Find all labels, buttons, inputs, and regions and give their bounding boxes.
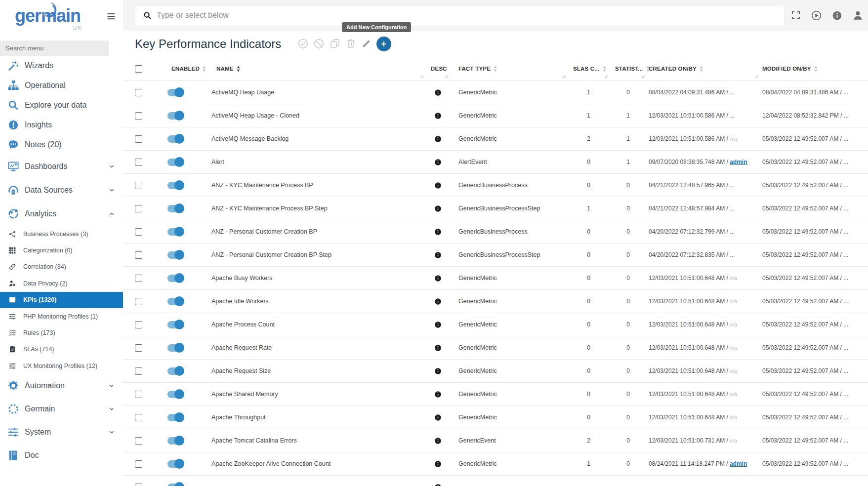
enabled-toggle[interactable] <box>167 321 184 328</box>
sidebar-item-system[interactable]: System <box>0 421 123 444</box>
enabled-toggle[interactable] <box>167 460 184 468</box>
kpi-name[interactable]: Apache Request Size <box>211 367 271 374</box>
sidebar-item-operational[interactable]: Operational <box>0 76 123 95</box>
row-checkbox[interactable] <box>135 205 142 212</box>
sidebar-item-business-processes[interactable]: Business Processes (3) <box>0 226 123 242</box>
description-info-icon[interactable] <box>434 89 442 96</box>
column-resize-handle[interactable] <box>641 74 646 79</box>
row-checkbox[interactable] <box>135 159 142 166</box>
enable-selected-button[interactable] <box>298 39 308 49</box>
description-info-icon[interactable] <box>434 251 442 259</box>
description-info-icon[interactable] <box>434 391 442 398</box>
kpi-name[interactable]: Apache Idle Workers <box>211 298 269 305</box>
column-header-slas-count[interactable]: SLAS C... <box>568 57 610 81</box>
play-icon[interactable] <box>811 10 822 21</box>
description-info-icon[interactable] <box>434 205 442 212</box>
kpi-name[interactable]: ANZ - KYC Maintenance Process BP Step <box>211 205 328 212</box>
enabled-toggle[interactable] <box>167 89 184 96</box>
column-header-desc[interactable]: DESC <box>425 57 450 81</box>
kpi-name[interactable]: ActiveMQ Heap Usage <box>211 89 274 96</box>
row-checkbox[interactable] <box>135 275 142 282</box>
kpi-name[interactable]: Apache Tomcat Catalina Errors <box>211 437 297 444</box>
column-header-created-on-by[interactable]: CREATED ON/BY <box>647 57 760 81</box>
sidebar-item-analytics[interactable]: Analytics <box>0 202 123 226</box>
column-resize-handle[interactable] <box>444 74 449 79</box>
row-checkbox[interactable] <box>135 484 142 486</box>
row-checkbox[interactable] <box>135 414 142 421</box>
hamburger-menu-icon[interactable] <box>106 12 116 21</box>
column-resize-handle[interactable] <box>419 74 424 79</box>
sidebar-item-wizards[interactable]: Wizards <box>0 56 123 76</box>
enabled-toggle[interactable] <box>167 391 184 398</box>
description-info-icon[interactable] <box>434 298 442 305</box>
enabled-toggle[interactable] <box>167 367 184 375</box>
enabled-toggle[interactable] <box>167 437 184 445</box>
enabled-toggle[interactable] <box>167 112 184 120</box>
kpi-name[interactable]: Apache Throughput <box>211 414 266 421</box>
enabled-toggle[interactable] <box>167 251 184 259</box>
global-search-input[interactable] <box>157 11 784 20</box>
row-checkbox[interactable] <box>135 251 142 259</box>
kpi-name[interactable]: Apache Busy Workers <box>211 275 272 282</box>
description-info-icon[interactable] <box>434 484 442 486</box>
enabled-toggle[interactable] <box>167 135 184 143</box>
row-checkbox[interactable] <box>135 228 142 236</box>
column-header-statistics-count[interactable]: STATIST... <box>610 57 647 81</box>
row-checkbox[interactable] <box>135 460 142 468</box>
description-info-icon[interactable] <box>434 228 442 236</box>
sidebar-item-kpis[interactable]: KPIs (1320) <box>0 292 123 308</box>
sidebar-item-dashboards[interactable]: Dashboards <box>0 155 123 178</box>
enabled-toggle[interactable] <box>167 228 184 236</box>
kpi-name[interactable]: ANZ - Personal Customer Creation BP Step <box>211 251 331 258</box>
column-resize-handle[interactable] <box>562 74 567 79</box>
column-header-name[interactable]: NAME <box>208 57 425 81</box>
description-info-icon[interactable] <box>434 367 442 375</box>
description-info-icon[interactable] <box>434 135 442 143</box>
row-checkbox[interactable] <box>135 182 142 189</box>
row-checkbox[interactable] <box>135 391 142 398</box>
kpi-name[interactable]: Alert <box>211 159 224 165</box>
enabled-toggle[interactable] <box>167 205 184 212</box>
column-resize-handle[interactable] <box>604 74 609 79</box>
enabled-toggle[interactable] <box>167 275 184 282</box>
kpi-name[interactable]: Apache Process Count <box>211 321 275 328</box>
row-checkbox[interactable] <box>135 112 142 120</box>
sidebar-item-slas[interactable]: SLAs (714) <box>0 341 123 358</box>
sidebar-item-doc[interactable]: Doc <box>0 444 123 467</box>
select-all-checkbox[interactable] <box>135 65 142 73</box>
enabled-toggle[interactable] <box>167 414 184 421</box>
sidebar-item-germain[interactable]: Germain <box>0 398 123 421</box>
description-info-icon[interactable] <box>434 414 442 421</box>
disable-selected-button[interactable] <box>314 39 324 49</box>
description-info-icon[interactable] <box>434 159 442 166</box>
enabled-toggle[interactable] <box>167 344 184 352</box>
created-by[interactable]: admin <box>730 159 747 165</box>
kpi-name[interactable]: ActiveMQ Heap Usage - Cloned <box>211 112 299 119</box>
row-checkbox[interactable] <box>135 437 142 445</box>
enabled-toggle[interactable] <box>167 159 184 166</box>
sidebar-item-ux-monitoring-profiles[interactable]: UX Monitoring Profiles (12) <box>0 358 123 374</box>
kpi-name[interactable]: ANZ - Personal Customer Creation BP <box>211 228 317 235</box>
description-info-icon[interactable] <box>434 275 442 282</box>
sidebar-item-notes[interactable]: Notes (20) <box>0 135 123 155</box>
description-info-icon[interactable] <box>434 112 442 120</box>
sidebar-item-rules[interactable]: Rules (173) <box>0 324 123 341</box>
kpi-name[interactable]: Apache Request Rate <box>211 344 272 351</box>
sidebar-item-data-privacy[interactable]: Data Privacy (2) <box>0 275 123 291</box>
kpi-name[interactable]: ActiveMQ Message Backlog <box>211 135 289 142</box>
description-info-icon[interactable] <box>434 344 442 352</box>
row-checkbox[interactable] <box>135 89 142 96</box>
sidebar-item-correlation[interactable]: Correlation (34) <box>0 259 123 275</box>
kpi-name[interactable]: Apache ZooKeeper Alive Connection Count <box>211 460 331 467</box>
sidebar-item-php-monitoring-profiles[interactable]: PHP Monitoring Profiles (1) <box>0 308 123 324</box>
user-icon[interactable] <box>853 10 863 21</box>
row-checkbox[interactable] <box>135 135 142 143</box>
edit-button[interactable] <box>361 39 371 49</box>
created-by[interactable]: admin <box>730 460 747 467</box>
kpi-name[interactable]: Apache Shared Memory <box>211 391 278 398</box>
description-info-icon[interactable] <box>434 437 442 445</box>
column-header-modified-on-by[interactable]: MODIFIED ON/BY <box>760 57 868 81</box>
fullscreen-icon[interactable] <box>790 10 801 21</box>
row-checkbox[interactable] <box>135 321 142 328</box>
sidebar-item-data-sources[interactable]: Data Sources <box>0 178 123 202</box>
